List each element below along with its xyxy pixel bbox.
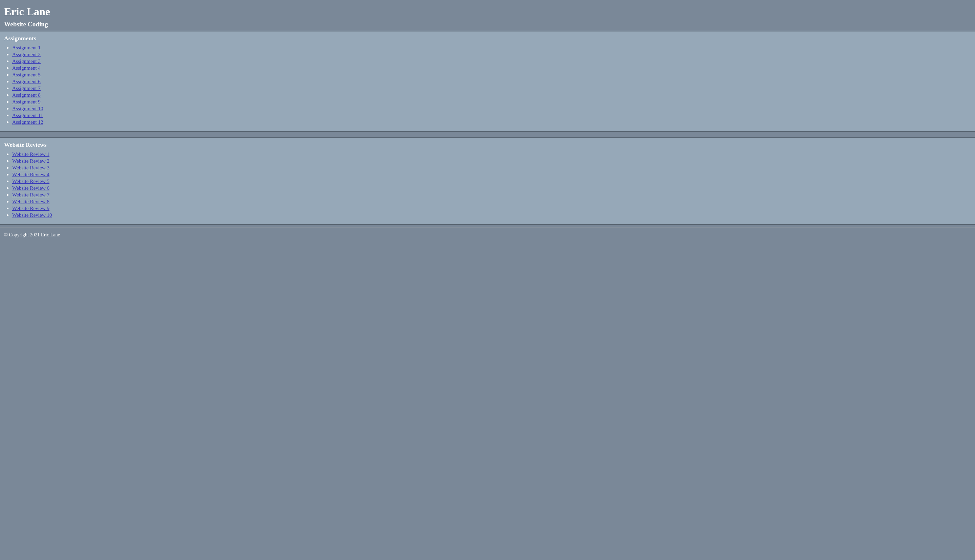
list-item: Website Review 3 bbox=[12, 165, 971, 171]
assignment-link[interactable]: Assignment 5 bbox=[12, 72, 41, 77]
list-item: Website Review 5 bbox=[12, 178, 971, 184]
assignment-link[interactable]: Assignment 2 bbox=[12, 52, 41, 57]
assignment-link[interactable]: Assignment 8 bbox=[12, 92, 41, 98]
list-item: Website Review 6 bbox=[12, 185, 971, 191]
list-item: Assignment 5 bbox=[12, 72, 971, 78]
review-link[interactable]: Website Review 9 bbox=[12, 205, 49, 211]
list-item: Assignment 2 bbox=[12, 52, 971, 57]
list-item: Website Review 4 bbox=[12, 172, 971, 178]
assignment-link[interactable]: Assignment 6 bbox=[12, 78, 41, 84]
assignment-link[interactable]: Assignment 1 bbox=[12, 45, 41, 50]
review-link[interactable]: Website Review 6 bbox=[12, 185, 49, 191]
site-subtitle: Website Coding bbox=[4, 21, 971, 28]
list-item: Website Review 1 bbox=[12, 151, 971, 157]
list-item: Assignment 11 bbox=[12, 112, 971, 118]
list-item: Assignment 8 bbox=[12, 92, 971, 98]
reviews-list: Website Review 1Website Review 2Website … bbox=[4, 151, 971, 218]
assignment-link[interactable]: Assignment 11 bbox=[12, 112, 43, 118]
assignment-link[interactable]: Assignment 7 bbox=[12, 85, 41, 91]
footer: © Copyright 2021 Eric Lane bbox=[0, 228, 975, 242]
assignment-link[interactable]: Assignment 12 bbox=[12, 119, 43, 125]
page-header: Eric Lane Website Coding bbox=[0, 0, 975, 31]
list-item: Assignment 7 bbox=[12, 85, 971, 91]
copyright-text: © Copyright 2021 Eric Lane bbox=[4, 232, 60, 237]
assignments-section-title: Assignments bbox=[4, 35, 971, 42]
list-item: Website Review 7 bbox=[12, 192, 971, 198]
review-link[interactable]: Website Review 3 bbox=[12, 165, 49, 170]
list-item: Assignment 10 bbox=[12, 105, 971, 112]
site-title: Eric Lane bbox=[4, 5, 971, 18]
reviews-section-title: Website Reviews bbox=[4, 142, 971, 148]
assignment-link[interactable]: Assignment 4 bbox=[12, 65, 41, 71]
assignments-list: Assignment 1Assignment 2Assignment 3Assi… bbox=[4, 45, 971, 125]
list-item: Website Review 10 bbox=[12, 212, 971, 218]
review-link[interactable]: Website Review 2 bbox=[12, 158, 49, 164]
review-link[interactable]: Website Review 7 bbox=[12, 192, 49, 197]
review-link[interactable]: Website Review 10 bbox=[12, 212, 52, 218]
list-item: Website Review 8 bbox=[12, 198, 971, 205]
list-item: Assignment 12 bbox=[12, 119, 971, 125]
review-link[interactable]: Website Review 4 bbox=[12, 172, 49, 177]
list-item: Assignment 9 bbox=[12, 99, 971, 105]
list-item: Assignment 6 bbox=[12, 78, 971, 85]
assignments-section: Assignments Assignment 1Assignment 2Assi… bbox=[0, 31, 975, 132]
review-link[interactable]: Website Review 5 bbox=[12, 178, 49, 184]
assignment-link[interactable]: Assignment 3 bbox=[12, 58, 41, 64]
review-link[interactable]: Website Review 8 bbox=[12, 198, 49, 204]
review-link[interactable]: Website Review 1 bbox=[12, 151, 49, 157]
list-item: Assignment 3 bbox=[12, 58, 971, 64]
list-item: Website Review 9 bbox=[12, 205, 971, 212]
reviews-section: Website Reviews Website Review 1Website … bbox=[0, 137, 975, 225]
section-divider bbox=[0, 135, 975, 137]
assignment-link[interactable]: Assignment 9 bbox=[12, 99, 41, 105]
list-item: Assignment 4 bbox=[12, 65, 971, 71]
list-item: Assignment 1 bbox=[12, 45, 971, 51]
list-item: Website Review 2 bbox=[12, 158, 971, 164]
assignment-link[interactable]: Assignment 10 bbox=[12, 105, 43, 111]
